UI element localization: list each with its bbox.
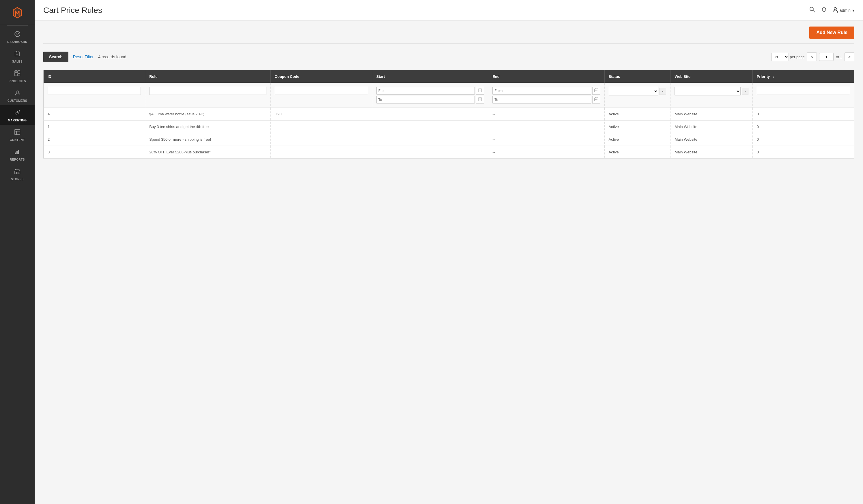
reports-icon xyxy=(14,148,21,157)
products-icon xyxy=(14,70,21,78)
col-header-priority[interactable]: Priority ↓ xyxy=(752,70,854,83)
end-from-calendar-button[interactable] xyxy=(592,87,600,94)
search-button[interactable]: Search xyxy=(43,52,68,62)
priority-filter-input[interactable] xyxy=(757,87,850,95)
status-filter-select[interactable]: Active Inactive xyxy=(609,87,659,95)
svg-rect-29 xyxy=(597,91,598,91)
website-filter-group: Main Website ▾ xyxy=(675,87,748,95)
row-3-coupon-code xyxy=(271,146,372,158)
row-0-status: Active xyxy=(604,108,671,120)
start-date-filter-group xyxy=(376,87,484,104)
row-2-priority: 0 xyxy=(752,133,854,146)
table-row[interactable]: 4 $4 Luma water bottle (save 70%) H20 --… xyxy=(43,108,854,120)
sidebar-item-reports[interactable]: REPORTS xyxy=(0,144,35,164)
filter-row: Active Inactive ▾ Main Website xyxy=(43,83,854,108)
dashboard-icon xyxy=(14,31,21,39)
start-from-row xyxy=(376,87,484,94)
per-page-select[interactable]: 20 50 100 200 xyxy=(772,53,789,61)
table-row[interactable]: 3 20% OFF Ever $200-plus purchase!* -- A… xyxy=(43,146,854,158)
add-new-rule-button[interactable]: Add New Rule xyxy=(809,27,854,39)
svg-point-8 xyxy=(17,113,18,113)
svg-rect-32 xyxy=(596,100,597,100)
pagination: 20 50 100 200 per page < of 1 > xyxy=(772,52,854,61)
rule-filter-input[interactable] xyxy=(149,87,266,95)
svg-rect-22 xyxy=(478,98,482,101)
per-page-label: per page xyxy=(790,55,805,59)
priority-sort-arrow: ↓ xyxy=(773,75,774,79)
status-dropdown-icon: ▾ xyxy=(660,88,666,95)
start-from-calendar-button[interactable] xyxy=(476,87,484,94)
end-from-input[interactable] xyxy=(492,87,591,94)
id-filter-input[interactable] xyxy=(48,87,141,95)
prev-page-button[interactable]: < xyxy=(807,52,817,61)
end-to-row xyxy=(492,96,600,104)
sidebar-item-dashboard[interactable]: DASHBOARD xyxy=(0,27,35,47)
notifications-icon[interactable] xyxy=(821,7,827,14)
svg-rect-11 xyxy=(16,151,17,154)
filter-status: Active Inactive ▾ xyxy=(604,83,671,108)
website-dropdown-icon: ▾ xyxy=(742,88,748,95)
status-filter-group: Active Inactive ▾ xyxy=(609,87,666,95)
col-header-status: Status xyxy=(604,70,671,83)
sidebar-item-products[interactable]: PRODUCTS xyxy=(0,66,35,86)
row-0-coupon-code: H20 xyxy=(271,108,372,120)
row-3-website: Main Website xyxy=(671,146,752,158)
row-1-status: Active xyxy=(604,120,671,133)
svg-rect-6 xyxy=(15,70,17,72)
filter-rule xyxy=(145,83,271,108)
content-area: Add New Rule Search Reset Filter 4 recor… xyxy=(35,21,863,504)
row-0-id: 4 xyxy=(43,108,145,120)
row-0-priority: 0 xyxy=(752,108,854,120)
svg-rect-18 xyxy=(478,89,482,92)
sidebar-item-label-dashboard: DASHBOARD xyxy=(7,40,27,43)
page-number-input[interactable] xyxy=(819,53,834,61)
start-from-input[interactable] xyxy=(376,87,475,94)
row-0-rule: $4 Luma water bottle (save 70%) xyxy=(145,108,271,120)
start-to-calendar-button[interactable] xyxy=(476,96,484,104)
sidebar-item-stores[interactable]: STORES xyxy=(0,164,35,184)
sidebar: DASHBOARD SALES PRODUCTS xyxy=(0,0,35,504)
svg-point-7 xyxy=(16,91,18,93)
sidebar-item-label-stores: STORES xyxy=(11,178,24,181)
coupon-code-filter-input[interactable] xyxy=(275,87,368,95)
row-1-priority: 0 xyxy=(752,120,854,133)
svg-rect-24 xyxy=(480,100,480,100)
sidebar-item-customers[interactable]: CUSTOMERS xyxy=(0,86,35,105)
filter-id xyxy=(43,83,145,108)
admin-menu[interactable]: admin ▾ xyxy=(833,7,854,14)
sidebar-item-marketing[interactable]: MARKETING xyxy=(0,105,35,125)
row-3-priority: 0 xyxy=(752,146,854,158)
svg-rect-33 xyxy=(597,100,598,100)
end-to-input[interactable] xyxy=(492,96,591,104)
sidebar-item-label-content: CONTENT xyxy=(10,138,25,142)
row-1-coupon-code xyxy=(271,120,372,133)
records-count: 4 records found xyxy=(98,54,126,59)
svg-rect-19 xyxy=(479,91,479,91)
reset-filter-button[interactable]: Reset Filter xyxy=(73,54,94,59)
content-divider xyxy=(43,43,854,43)
row-1-id: 1 xyxy=(43,120,145,133)
search-icon[interactable] xyxy=(809,7,815,14)
svg-point-16 xyxy=(824,7,824,8)
magento-logo-icon xyxy=(10,6,24,20)
website-filter-select[interactable]: Main Website xyxy=(675,87,740,95)
row-2-coupon-code xyxy=(271,133,372,146)
admin-dropdown-icon: ▾ xyxy=(852,8,854,13)
header-actions: admin ▾ xyxy=(809,7,854,14)
main-content: Cart Price Rules xyxy=(35,0,863,504)
row-2-end: -- xyxy=(488,133,604,146)
search-toolbar: Search Reset Filter 4 records found 20 5… xyxy=(43,48,854,65)
end-from-row xyxy=(492,87,600,94)
sidebar-item-sales[interactable]: SALES xyxy=(0,47,35,66)
filter-website: Main Website ▾ xyxy=(671,83,752,108)
sidebar-item-label-customers: CUSTOMERS xyxy=(8,99,27,102)
svg-rect-25 xyxy=(480,100,481,100)
sidebar-item-content[interactable]: CONTENT xyxy=(0,125,35,144)
next-page-button[interactable]: > xyxy=(845,52,854,61)
start-to-input[interactable] xyxy=(376,96,475,104)
table-row[interactable]: 2 Spend $50 or more - shipping is free! … xyxy=(43,133,854,146)
sidebar-item-label-sales: SALES xyxy=(12,60,23,63)
end-to-calendar-button[interactable] xyxy=(592,96,600,104)
table-row[interactable]: 1 Buy 3 tee shirts and get the 4th free … xyxy=(43,120,854,133)
row-0-start xyxy=(372,108,488,120)
